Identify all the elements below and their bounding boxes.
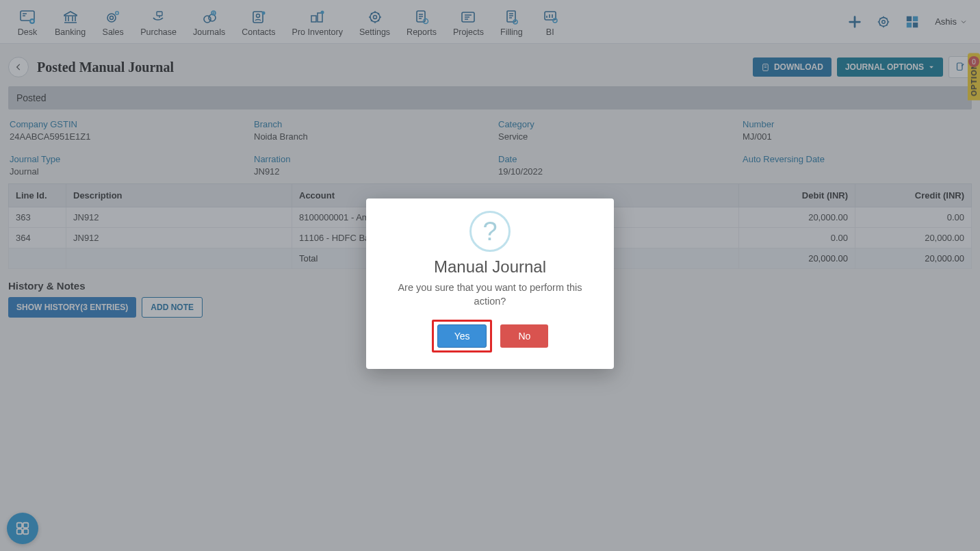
yes-highlight: Yes	[432, 320, 493, 353]
modal-message: Are you sure that you want to perform th…	[381, 281, 599, 309]
confirm-modal: ? Manual Journal Are you sure that you w…	[366, 198, 614, 369]
question-icon: ?	[469, 211, 511, 252]
modal-overlay: ? Manual Journal Are you sure that you w…	[0, 0, 980, 551]
confirm-no-button[interactable]: No	[500, 324, 548, 348]
modal-title: Manual Journal	[381, 257, 599, 277]
modal-actions: Yes No	[381, 320, 599, 353]
confirm-yes-button[interactable]: Yes	[437, 324, 487, 348]
